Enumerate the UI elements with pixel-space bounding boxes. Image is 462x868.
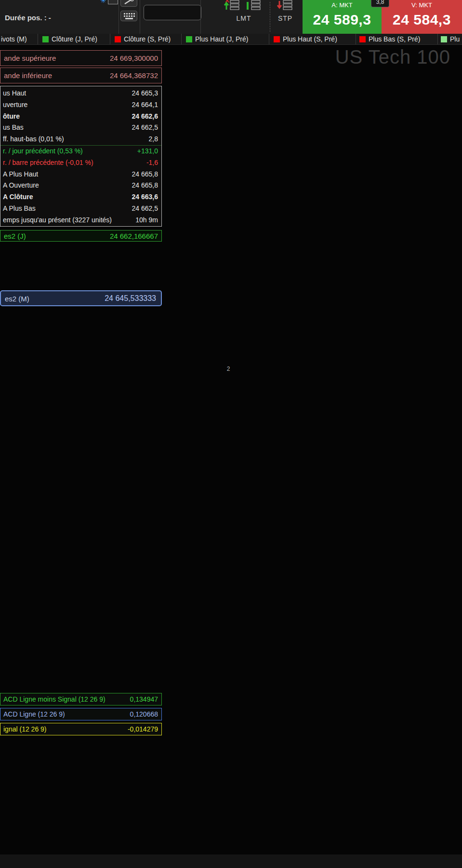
macd-histogram-row[interactable]: ACD Ligne moins Signal (12 26 9) 0,13494… — [0, 693, 162, 705]
lightgreen-swatch — [441, 36, 447, 42]
partial-input[interactable] — [108, 0, 118, 4]
green-swatch — [186, 36, 192, 42]
legend-item-cloture-s[interactable]: Clôture (S, Pré) — [115, 34, 171, 44]
divider — [200, 0, 201, 34]
es2-monthly-value: 24 645,533333 — [105, 294, 156, 303]
stat-row: A Clôture24 663,6 — [0, 191, 161, 203]
keyboard-icon — [121, 11, 137, 21]
buy-tag: A: MKT — [303, 1, 382, 9]
es2-daily-value: 24 662,166667 — [110, 232, 158, 240]
band-upper-value: 24 669,300000 — [110, 54, 158, 62]
macd-line-label: ACD Ligne (12 26 9) — [3, 710, 65, 718]
snowflake-icon: ✳ — [100, 0, 106, 5]
stop-order-icon[interactable] — [277, 0, 294, 13]
band-lower-label: ande inférieure — [4, 71, 52, 80]
divider — [119, 0, 119, 34]
wrench-icon — [121, 0, 137, 6]
stat-row-var-bar: r. / barre précédente (-0,01 %)-1,6 — [0, 157, 161, 169]
macd-line-value: 0,120668 — [130, 710, 158, 718]
stat-row: A Plus Bas24 662,5 — [0, 203, 161, 215]
es2-monthly-label: es2 (M) — [5, 295, 29, 303]
band-lower-row[interactable]: ande inférieure 24 664,368732 — [0, 68, 162, 83]
trading-app-window: US Tech 100 Durée pos. : - ✳ ✕ — [0, 0, 462, 868]
buy-limit-icon[interactable] — [224, 0, 241, 13]
keyboard-button[interactable] — [120, 11, 137, 21]
red-swatch — [115, 36, 121, 42]
legend-item-plus-bas-s[interactable]: Plus Bas (S, Pré) — [359, 34, 420, 44]
sell-limit-icon[interactable] — [245, 0, 262, 13]
wrench-tool-button[interactable] — [120, 0, 137, 7]
stat-row: A Ouverture24 665,8 — [0, 180, 161, 191]
time-axis[interactable] — [0, 854, 462, 868]
legend-item-cloture-j[interactable]: Clôture (J, Pré) — [42, 34, 97, 44]
stat-row: us Bas24 662,5 — [0, 122, 161, 134]
stat-row: A Plus Haut24 665,8 — [0, 169, 161, 180]
bid-price: 24 584,3 — [382, 12, 462, 28]
stat-row: ôture24 662,6 — [0, 111, 161, 122]
macd-signal-row[interactable]: ignal (12 26 9) -0,014279 — [0, 723, 162, 735]
legend-item-pivots[interactable]: ivots (M) — [1, 34, 27, 44]
instrument-watermark: US Tech 100 — [335, 46, 450, 68]
trade-count-marker: 2 — [224, 366, 233, 372]
red-swatch — [274, 36, 280, 42]
legend-item-plus-haut-j[interactable]: Plus Haut (J, Pré) — [186, 34, 248, 44]
green-swatch — [42, 36, 49, 42]
legend-divider — [110, 34, 110, 44]
sell-tag: V: MKT — [382, 1, 462, 9]
divider-dashed — [270, 2, 270, 32]
legend-divider — [181, 34, 182, 44]
indicator-legend-bar: ivots (M) Clôture (J, Pré) Clôture (S, P… — [0, 34, 462, 45]
stat-row: us Haut24 665,3 — [0, 88, 161, 99]
stat-row-time: emps jusqu'au présent (3227 unités)10h 9… — [0, 215, 161, 226]
red-swatch — [359, 36, 366, 42]
position-duration-label: Durée pos. : - — [5, 14, 51, 22]
spread-badge: 3,8 — [371, 0, 389, 7]
sell-market-button[interactable]: V: MKT 24 584,3 — [382, 0, 462, 34]
stat-row: uverture24 664,1 — [0, 99, 161, 111]
macd-signal-value: -0,014279 — [128, 725, 158, 733]
order-toolbar: Durée pos. : - ✳ ✕ — [0, 0, 462, 34]
legend-divider — [437, 34, 438, 44]
macd-histogram-label: ACD Ligne moins Signal (12 26 9) — [3, 695, 106, 703]
macd-signal-label: ignal (12 26 9) — [3, 725, 47, 733]
quantity-input[interactable] — [144, 5, 201, 20]
divider — [140, 0, 140, 34]
buy-market-button[interactable]: A: MKT 24 589,3 — [303, 0, 382, 34]
stat-row-var-day: r. / jour précédent (0,53 %)+131,0 — [0, 145, 161, 157]
macd-histogram-value: 0,134947 — [130, 695, 158, 703]
legend-divider — [356, 34, 356, 44]
es2-daily-overlay[interactable]: es2 (J) 24 662,166667 — [0, 230, 162, 242]
legend-item-plus-haut-s[interactable]: Plus Haut (S, Pré) — [274, 34, 337, 44]
stat-row: ff. haut-bas (0,01 %)2,8 — [0, 134, 161, 145]
es2-monthly-overlay[interactable]: es2 (M) 24 645,533333 — [0, 290, 162, 306]
band-upper-row[interactable]: ande supérieure 24 669,300000 — [0, 50, 162, 66]
band-lower-value: 24 664,368732 — [110, 71, 158, 80]
band-upper-label: ande supérieure — [4, 54, 56, 62]
stop-order-label[interactable]: STP — [271, 14, 300, 22]
limit-order-label[interactable]: LMT — [229, 14, 258, 22]
legend-divider — [269, 34, 269, 44]
legend-divider — [38, 34, 38, 44]
es2-daily-label: es2 (J) — [4, 232, 26, 240]
data-window-panel[interactable]: us Haut24 665,3 uverture24 664,1 ôture24… — [0, 86, 162, 227]
ask-price: 24 589,3 — [303, 12, 382, 28]
macd-line-row[interactable]: ACD Ligne (12 26 9) 0,120668 — [0, 708, 162, 720]
legend-item-plus[interactable]: Plu — [441, 34, 460, 44]
